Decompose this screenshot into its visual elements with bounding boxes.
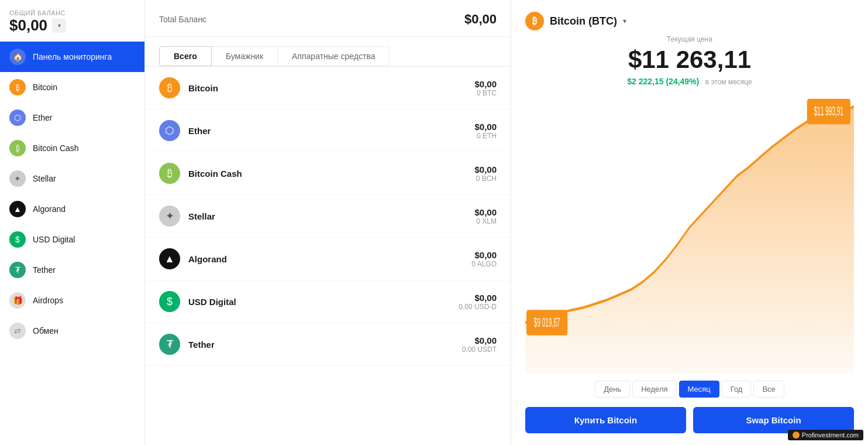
asset-item-bitcoin[interactable]: ₿Bitcoin$0,000 BTC: [145, 67, 511, 109]
tether-asset-name: Tether: [188, 340, 462, 350]
sidebar: Общий баланс $0,00 ▾ 🏠Панель мониторинга…: [0, 0, 145, 445]
sidebar-header: Общий баланс $0,00 ▾: [0, 0, 144, 42]
sidebar-item-ether[interactable]: ⬡Ether: [0, 102, 144, 133]
usd-digital-asset-name: USD Digital: [188, 297, 459, 307]
sidebar-item-bitcoin[interactable]: ₿Bitcoin: [0, 72, 144, 102]
price-change-value: $2 222,15 (24,49%): [627, 77, 699, 86]
tab-all[interactable]: Всего: [159, 46, 212, 66]
current-price: $11 263,11: [525, 46, 854, 74]
tether-asset-icon: ₮: [159, 334, 180, 355]
price-label: Текущая цена: [525, 35, 854, 43]
chart-area: [525, 107, 854, 374]
asset-tabs: ВсегоБумажникАппаратные средства: [145, 37, 511, 67]
buy-bitcoin-button[interactable]: Купить Bitcoin: [525, 407, 686, 433]
algorand-crypto-value: 0 ALGO: [471, 260, 497, 268]
sidebar-item-label-usd-digital: USD Digital: [33, 235, 75, 244]
main-content: Total Баланс $0,00 ВсегоБумажникАппаратн…: [145, 0, 511, 445]
sidebar-item-bitcoin-cash[interactable]: ₿Bitcoin Cash: [0, 133, 144, 163]
balance-amount: $0,00: [9, 16, 47, 35]
period-btn-week[interactable]: Неделя: [632, 381, 676, 398]
crypto-header: ₿ Bitcoin (BTC) ▾: [525, 12, 854, 30]
tether-crypto-value: 0.00 USDT: [462, 345, 497, 354]
bitcoin-cash-icon: ₿: [9, 140, 26, 156]
price-chart: $11 993,91 $9 019,67: [525, 94, 854, 374]
watermark: Profinvestment.com: [788, 430, 863, 440]
period-btn-year[interactable]: Год: [722, 381, 752, 398]
chart-panel: ₿ Bitcoin (BTC) ▾ Текущая цена $11 263,1…: [511, 0, 868, 445]
sidebar-item-usd-digital[interactable]: $USD Digital: [0, 224, 144, 255]
sidebar-item-exchange[interactable]: ⇄Обмен: [0, 316, 144, 346]
asset-item-tether[interactable]: ₮Tether$0,000.00 USDT: [145, 323, 511, 366]
bitcoin-crypto-value: 0 BTC: [474, 89, 497, 97]
sidebar-item-tether[interactable]: ₮Tether: [0, 255, 144, 285]
algorand-icon: ▲: [9, 201, 26, 217]
usd-digital-icon: $: [9, 231, 26, 248]
period-btn-month[interactable]: Месяц: [679, 381, 719, 398]
ether-asset-values: $0,000 ETH: [474, 122, 497, 140]
balance-display: $0,00 ▾: [9, 16, 135, 35]
watermark-icon: [793, 432, 800, 439]
usd-digital-asset-icon: $: [159, 291, 180, 312]
algorand-usd-value: $0,00: [471, 250, 497, 260]
chart-svg: $11 993,91 $9 019,67: [525, 94, 854, 374]
bitcoin-icon: ₿: [525, 12, 544, 30]
sidebar-item-label-algorand: Algorand: [33, 204, 66, 214]
asset-list: ₿Bitcoin$0,000 BTC⬡Ether$0,000 ETH₿Bitco…: [145, 67, 511, 445]
algorand-asset-values: $0,000 ALGO: [471, 250, 497, 268]
tether-usd-value: $0,00: [462, 336, 497, 345]
bitcoin-asset-icon: ₿: [159, 77, 180, 98]
sidebar-item-label-ether: Ether: [33, 113, 52, 122]
bitcoin-cash-asset-name: Bitcoin Cash: [188, 169, 474, 179]
sidebar-item-stellar[interactable]: ✦Stellar: [0, 163, 144, 194]
balance-chevron-button[interactable]: ▾: [52, 19, 66, 33]
asset-item-stellar[interactable]: ✦Stellar$0,000 XLM: [145, 195, 511, 238]
bitcoin-asset-name: Bitcoin: [188, 83, 474, 93]
ether-asset-icon: ⬡: [159, 120, 180, 141]
algorand-asset-icon: ▲: [159, 248, 180, 269]
asset-item-bitcoin-cash[interactable]: ₿Bitcoin Cash$0,000 BCH: [145, 152, 511, 195]
exchange-icon: ⇄: [9, 323, 26, 339]
sidebar-nav: 🏠Панель мониторинга₿Bitcoin⬡Ether₿Bitcoi…: [0, 42, 144, 445]
bitcoin-cash-crypto-value: 0 BCH: [474, 174, 497, 183]
total-balance-value: $0,00: [464, 12, 497, 27]
total-balance-label: Total Баланс: [159, 15, 206, 24]
price-change: $2 222,15 (24,49%) в этом месяце: [525, 76, 854, 87]
stellar-usd-value: $0,00: [474, 207, 497, 217]
crypto-chevron-icon[interactable]: ▾: [623, 17, 626, 25]
tab-hardware[interactable]: Аппаратные средства: [278, 46, 390, 66]
asset-item-usd-digital[interactable]: $USD Digital$0,000.00 USD-D: [145, 280, 511, 323]
stellar-crypto-value: 0 XLM: [474, 217, 497, 225]
stellar-asset-values: $0,000 XLM: [474, 207, 497, 225]
sidebar-item-dashboard[interactable]: 🏠Панель мониторинга: [0, 42, 144, 72]
period-btn-all[interactable]: Все: [753, 381, 784, 398]
bitcoin-usd-value: $0,00: [474, 79, 497, 89]
sidebar-item-label-bitcoin: Bitcoin: [33, 83, 57, 92]
sidebar-item-label-bitcoin-cash: Bitcoin Cash: [33, 143, 79, 153]
tether-icon: ₮: [9, 262, 26, 278]
period-btn-day[interactable]: День: [595, 381, 630, 398]
main-header: Total Баланс $0,00: [145, 0, 511, 37]
usd-digital-usd-value: $0,00: [459, 293, 497, 303]
sidebar-item-algorand[interactable]: ▲Algorand: [0, 194, 144, 224]
sidebar-item-label-airdrops: Airdrops: [33, 296, 63, 305]
usd-digital-asset-values: $0,000.00 USD-D: [459, 293, 497, 311]
stellar-icon: ✦: [9, 170, 26, 187]
asset-item-ether[interactable]: ⬡Ether$0,000 ETH: [145, 109, 511, 152]
bitcoin-cash-asset-icon: ₿: [159, 163, 180, 184]
tether-asset-values: $0,000.00 USDT: [462, 336, 497, 354]
tab-wallet[interactable]: Бумажник: [212, 46, 278, 66]
asset-item-algorand[interactable]: ▲Algorand$0,000 ALGO: [145, 238, 511, 280]
sidebar-item-label-dashboard: Панель мониторинга: [33, 52, 112, 61]
sidebar-item-label-stellar: Stellar: [33, 174, 56, 183]
sidebar-item-airdrops[interactable]: 🎁Airdrops: [0, 285, 144, 316]
chart-high-label: $11 993,91: [814, 104, 843, 118]
algorand-asset-name: Algorand: [188, 254, 471, 264]
dashboard-icon: 🏠: [9, 49, 26, 65]
sidebar-item-label-exchange: Обмен: [33, 326, 58, 336]
bitcoin-icon: ₿: [9, 79, 26, 95]
ether-asset-name: Ether: [188, 126, 474, 136]
ether-usd-value: $0,00: [474, 122, 497, 132]
balance-label: Общий баланс: [9, 9, 135, 16]
bitcoin-asset-values: $0,000 BTC: [474, 79, 497, 97]
bitcoin-cash-asset-values: $0,000 BCH: [474, 165, 497, 183]
